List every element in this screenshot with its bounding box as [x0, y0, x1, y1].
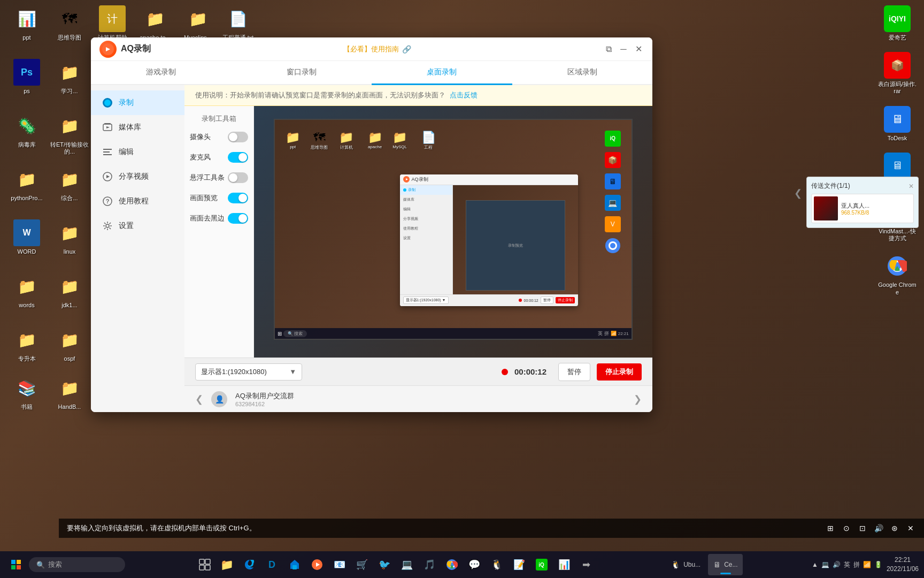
aq-community-bar: ❮ 👤 AQ录制用户交流群 632984162 ❯	[184, 385, 652, 412]
aq-notice-link[interactable]: 点击反馈	[450, 90, 478, 100]
tb-app-mail[interactable]: 📧	[329, 554, 350, 575]
tb-app-edge[interactable]	[239, 554, 260, 575]
toolbar-mic-toggle[interactable]	[228, 152, 248, 163]
community-avatar: 👤	[211, 391, 227, 407]
systray-volume-icon[interactable]: 🔊	[833, 561, 841, 568]
words-icon: 📁	[13, 273, 40, 300]
aq-toolbar-title: 录制工具箱	[190, 114, 248, 124]
desktop-icon-words[interactable]: 📁 words	[5, 273, 48, 309]
search-label: 搜索	[48, 560, 62, 569]
toolbar-float-label: 悬浮工具条	[190, 173, 225, 182]
aq-pause-button[interactable]: 暂停	[558, 363, 590, 381]
vm-icon-3[interactable]: ⊡	[857, 523, 868, 534]
tab-desktop-record[interactable]: 桌面录制	[372, 61, 512, 85]
desktop-icon-study[interactable]: 📁 学习...	[48, 59, 91, 95]
tb-app-extra1[interactable]: 🎵	[419, 554, 440, 575]
vm-icon-1[interactable]: ⊞	[825, 523, 836, 534]
right-panel-scroll-arrow[interactable]: ❮	[794, 187, 802, 199]
desktop-icon-linux[interactable]: 📁 linux	[48, 219, 91, 255]
tb-app-store[interactable]	[284, 554, 305, 575]
word-icon: W	[13, 219, 40, 246]
desktop-icon-transfer[interactable]: 📁 转ET/传输接收的...	[48, 112, 91, 155]
desktop-icon-zhuanshengben[interactable]: 📁 专升本	[5, 326, 48, 362]
tb-app-qq[interactable]: 🐧	[486, 554, 507, 575]
systray-lang2[interactable]: 拼	[853, 560, 860, 569]
aq-close-button[interactable]: ✕	[633, 44, 644, 55]
desktop-icon-virus[interactable]: 🦠 病毒库	[5, 112, 48, 148]
tab-window-record[interactable]: 窗口录制	[232, 61, 372, 85]
aq-pip-button[interactable]: ⧉	[603, 44, 614, 55]
taskbar-search[interactable]: 🔍 搜索	[29, 557, 125, 572]
toolbar-preview-toggle[interactable]	[228, 193, 248, 203]
sidebar-item-record[interactable]: 录制	[91, 90, 184, 115]
community-next-arrow[interactable]: ❯	[634, 393, 642, 405]
desktop-icon-ospf[interactable]: 📁 ospf	[48, 326, 91, 362]
right-icon-chrome[interactable]: Google Chrome	[876, 253, 919, 295]
sidebar-item-settings[interactable]: 设置	[91, 214, 184, 238]
sidebar-item-tutorial[interactable]: ? 使用教程	[91, 189, 184, 214]
file-transfer-close[interactable]: ✕	[908, 182, 914, 190]
taskbar-window-ubuntu[interactable]: 🐧 Ubu...	[666, 554, 706, 575]
tb-app-pycharm[interactable]: 💻	[396, 554, 418, 575]
vm-icon-4[interactable]: 🔊	[873, 523, 884, 534]
tb-app-explorer[interactable]: 📁	[217, 554, 238, 575]
sidebar-item-share[interactable]: 分享视频	[91, 164, 184, 189]
desktop-icon-apache[interactable]: 📁 apache.to...	[134, 5, 176, 41]
tab-region-record[interactable]: 区域录制	[512, 61, 653, 85]
systray-expand-arrow[interactable]: ▲	[812, 561, 818, 568]
desktop-icon-mindmap[interactable]: 🗺 思维导图	[48, 5, 91, 41]
aq-display-dropdown-arrow: ▼	[289, 368, 296, 376]
tb-app-notepad[interactable]: 📝	[509, 554, 530, 575]
desktop-icon-myeclipse[interactable]: 📁 Myeclins...	[176, 5, 219, 41]
aq-stop-button[interactable]: 停止录制	[597, 363, 642, 381]
mini-folder-icon-5: 📁	[392, 131, 407, 144]
chrome-tb-icon	[445, 558, 459, 572]
right-icon-biaobai[interactable]: 📦 表白源码/操作.rar	[876, 52, 919, 95]
tb-app-weibo[interactable]: 🐦	[374, 554, 395, 575]
tb-app-dell[interactable]: D	[261, 554, 283, 575]
desktop-icon-word[interactable]: W WORD	[5, 219, 48, 255]
toolbar-blackborder-toggle[interactable]	[228, 213, 248, 224]
taobao-icon: 🛒	[355, 558, 369, 572]
right-icon-todesk[interactable]: 🖥 ToDesk	[876, 106, 919, 142]
txtfile-icon: 📄	[225, 5, 251, 32]
desktop-icon-zonghe[interactable]: 📁 综合...	[48, 166, 91, 202]
toolbar-camera-toggle[interactable]	[228, 132, 248, 142]
aq-display-selector[interactable]: 显示器1:(1920x1080) ▼	[195, 363, 302, 381]
aq-body: 录制 媒体库	[91, 85, 652, 412]
right-icon-iqiyi[interactable]: iQIYI 爱奇艺	[876, 5, 919, 41]
tb-app-wechat[interactable]: 💬	[464, 554, 485, 575]
tab-game-record[interactable]: 游戏录制	[91, 61, 232, 85]
desktop-icon-handb[interactable]: 📁 HandB...	[48, 375, 91, 410]
vm-icon-close[interactable]: ✕	[905, 523, 916, 534]
aq-notice-bar: 使用说明：开始录制前请确认预览窗口是需要录制的桌面画面，无法识别多块面？ 点击反…	[184, 85, 652, 106]
mini-aq-title: AQ录制	[412, 176, 428, 183]
tb-app-taobao[interactable]: 🛒	[351, 554, 373, 575]
tb-app-iqiyi[interactable]: iQ	[531, 554, 552, 575]
desktop-icon-txtfile[interactable]: 📄 工程普通.txt	[217, 5, 259, 41]
systray-lang1[interactable]: 英	[844, 560, 850, 569]
toolbar-float-toggle[interactable]	[228, 172, 248, 183]
taskbar-clock[interactable]: 22:21 2022/11/06	[887, 556, 919, 574]
desktop-icon-computer[interactable]: 计 计算机帮助	[91, 5, 134, 41]
aq-minimize-button[interactable]: ─	[618, 44, 629, 55]
community-prev-arrow[interactable]: ❮	[195, 393, 203, 405]
aq-guide-link[interactable]: 【必看】使用指南 🔗	[343, 44, 411, 54]
tb-app-taskview[interactable]	[194, 554, 215, 575]
tb-app-office[interactable]: 📊	[553, 554, 575, 575]
vm-icon-2[interactable]: ⊙	[841, 523, 852, 534]
sidebar-item-media[interactable]: 媒体库	[91, 115, 184, 140]
desktop-icon-ppt[interactable]: 📊 ppt	[5, 5, 48, 41]
taskbar-window-ce[interactable]: 🖥 Ce...	[708, 554, 743, 575]
vm-icon-5[interactable]: ⊛	[889, 523, 900, 534]
desktop-icon-books[interactable]: 📚 书籍	[5, 375, 48, 410]
desktop-icon-python[interactable]: 📁 pythonPro...	[5, 166, 48, 202]
tb-app-forward[interactable]: ➡	[576, 554, 597, 575]
sidebar-item-edit[interactable]: 编辑	[91, 140, 184, 164]
toolbar-camera-label: 摄像头	[190, 132, 211, 142]
tb-app-chrome[interactable]	[441, 554, 463, 575]
desktop-icon-jdk[interactable]: 📁 jdk1...	[48, 273, 91, 309]
desktop-icon-ps[interactable]: Ps ps	[5, 59, 48, 95]
tb-app-aqrecord[interactable]	[306, 554, 328, 575]
start-button[interactable]	[5, 554, 27, 575]
